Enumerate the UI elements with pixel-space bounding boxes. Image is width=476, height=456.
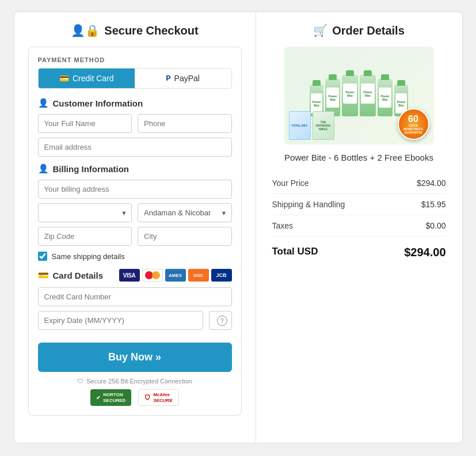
discover-icon: DISC	[188, 269, 209, 282]
same-shipping-label: Same shipping details	[52, 252, 125, 261]
order-line-taxes: Taxes $0.00	[272, 215, 446, 237]
billing-info-header: 👤 Billing Information	[38, 164, 232, 174]
ebook-1: TOTAL DET.	[289, 111, 311, 140]
phone-input[interactable]	[138, 114, 232, 133]
mastercard-icon	[142, 269, 163, 282]
secure-text: 🛡 Secure 256 Bit Encrypted Connection	[38, 378, 232, 385]
paypal-icon: P	[166, 74, 171, 82]
visa-icon: VISA	[119, 269, 140, 282]
left-panel: 👤🔒 Secure Checkout PAYMENT METHOD 💳 Cred…	[14, 12, 256, 443]
product-image-area: Power Bite Power Bite Power Bite Power B…	[272, 47, 446, 145]
full-name-input[interactable]	[38, 114, 132, 133]
lock-icon: 👤🔒	[71, 24, 100, 37]
order-line-shipping: Shipping & Handling $15.95	[272, 194, 446, 215]
tab-credit-card[interactable]: 💳 Credit Card	[39, 69, 135, 88]
norton-badge: ✔ NORTONSECURED	[90, 389, 131, 406]
checkout-card: PAYMENT METHOD 💳 Credit Card P PayPal 👤 …	[28, 47, 242, 416]
address-row	[38, 180, 232, 199]
card-number-row	[38, 287, 232, 306]
right-panel: 🛒 Order Details Power Bite Power Bite Po…	[256, 12, 462, 443]
order-title: 🛒 Order Details	[272, 24, 446, 37]
billing-icon: 👤	[38, 164, 49, 174]
country-select[interactable]: India United States	[38, 203, 132, 222]
product-image: Power Bite Power Bite Power Bite Power B…	[284, 47, 434, 145]
same-shipping-row: Same shipping details	[38, 252, 232, 261]
guarantee-days: 60	[408, 115, 418, 124]
payment-method-label: PAYMENT METHOD	[38, 56, 232, 63]
customer-info-header: 👤 Customer Information	[38, 98, 232, 108]
email-input[interactable]	[38, 138, 232, 157]
jcb-icon: JCB	[211, 269, 232, 282]
cart-icon: 🛒	[313, 24, 328, 37]
expiry-security-row: ?	[38, 311, 232, 330]
payment-tabs: 💳 Credit Card P PayPal	[38, 68, 232, 89]
shield-icon: 🛡	[77, 378, 83, 385]
security-code-wrapper: ?	[209, 311, 232, 330]
address-input[interactable]	[38, 180, 232, 199]
card-number-input[interactable]	[38, 287, 232, 306]
trust-badges: ✔ NORTONSECURED ⛉ McAfeeSECURE	[38, 389, 232, 406]
mcafee-badge: ⛉ McAfeeSECURE	[138, 389, 178, 406]
security-help-icon[interactable]: ?	[217, 316, 227, 326]
buy-now-button[interactable]: Buy Now »	[38, 343, 232, 372]
name-phone-row	[38, 114, 232, 133]
ebook-2: THE SPARKING SMILE	[313, 111, 334, 140]
bottle-3: Power Bite	[342, 75, 358, 116]
order-line-price: Your Price $294.00	[272, 173, 446, 194]
card-icons-row: VISA AMEX DISC JCB	[119, 269, 232, 282]
bottle-5: Power Bite	[378, 79, 393, 116]
country-state-row: India United States ▼ Andaman & Nicobar …	[38, 203, 232, 222]
card-details-header: 💳 Card Details	[38, 270, 104, 280]
email-row	[38, 138, 232, 157]
guarantee-badge: 60 DAYS MONEY BACKGUARANTEE	[398, 108, 429, 140]
state-select[interactable]: Andaman & Nicobar	[138, 203, 232, 222]
order-line-total: Total USD $294.00	[272, 240, 446, 265]
norton-icon: ✔	[96, 395, 101, 401]
mcafee-icon: ⛉	[144, 394, 151, 401]
country-wrapper: India United States ▼	[38, 203, 132, 222]
amex-icon: AMEX	[165, 269, 186, 282]
tab-paypal[interactable]: P PayPal	[135, 69, 231, 88]
product-name: Power Bite - 6 Bottles + 2 Free Ebooks	[272, 153, 446, 162]
bottle-4: Power Bite	[360, 75, 376, 116]
checkout-title: 👤🔒 Secure Checkout	[28, 24, 242, 37]
card-details-section: 💳 Card Details VISA AMEX DISC JCB	[38, 269, 232, 282]
customer-icon: 👤	[38, 98, 49, 108]
zip-input[interactable]	[38, 227, 132, 246]
card-icon: 💳	[38, 270, 49, 280]
bottles-group: Power Bite Power Bite Power Bite Power B…	[310, 75, 408, 116]
state-wrapper: Andaman & Nicobar ▼	[138, 203, 232, 222]
credit-card-icon: 💳	[59, 74, 69, 83]
expiry-input[interactable]	[38, 311, 203, 330]
same-shipping-checkbox[interactable]	[38, 252, 47, 261]
zip-city-row	[38, 227, 232, 246]
ebook-stack: TOTAL DET. THE SPARKING SMILE	[289, 111, 334, 140]
city-input[interactable]	[138, 227, 232, 246]
